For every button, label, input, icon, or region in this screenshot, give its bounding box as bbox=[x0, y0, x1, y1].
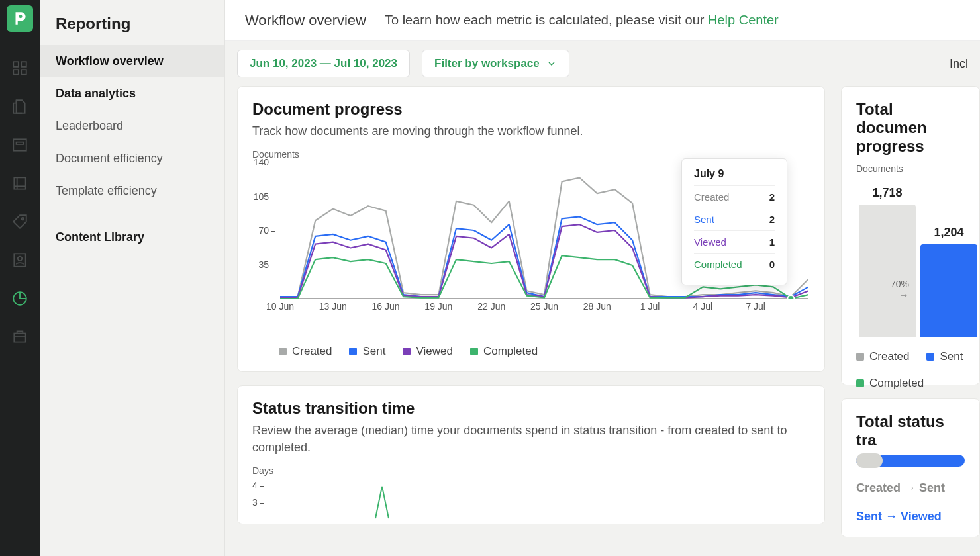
total-progress-legend: Created Sent Completed bbox=[856, 350, 965, 390]
card-subtitle: Review the average (median) time your do… bbox=[252, 422, 810, 456]
transition-row-created-sent: Created → Sent bbox=[856, 481, 965, 495]
icon-rail bbox=[0, 0, 40, 556]
total-document-progress-card: Total documen progress Documents 1,718 1… bbox=[841, 86, 980, 385]
svg-point-8 bbox=[22, 218, 24, 220]
svg-point-14 bbox=[787, 295, 794, 299]
toolbar-right-label: Incl bbox=[950, 57, 968, 71]
arrow-right-icon: → bbox=[891, 289, 909, 301]
sidebar-item-data-analytics[interactable]: Data analytics bbox=[40, 77, 224, 110]
pct-label: 70% bbox=[891, 279, 909, 289]
total-progress-bars[interactable]: 1,718 1,204 70% → bbox=[856, 178, 965, 337]
bar-created bbox=[859, 205, 916, 337]
y-axis-title: Days bbox=[252, 465, 810, 476]
legend-created: Created bbox=[856, 350, 909, 363]
chart-tooltip: July 9 Created2 Sent2 Viewed1 Completed0 bbox=[681, 158, 787, 285]
rail-pricing-icon[interactable] bbox=[9, 210, 31, 233]
sidebar-item-leaderboard[interactable]: Leaderboard bbox=[40, 110, 224, 142]
sidebar-item-document-efficiency[interactable]: Document efficiency bbox=[40, 142, 224, 175]
main: Workflow overview To learn how each metr… bbox=[225, 0, 980, 556]
rail-documents-icon[interactable] bbox=[9, 95, 31, 118]
svg-rect-4 bbox=[21, 70, 26, 75]
document-progress-card: Document progress Track how documents ar… bbox=[237, 86, 825, 372]
svg-rect-7 bbox=[14, 177, 25, 189]
legend-created: Created bbox=[279, 345, 332, 358]
y-axis-title: Documents bbox=[856, 163, 965, 174]
legend-viewed: Viewed bbox=[403, 345, 452, 358]
rail-reporting-icon[interactable] bbox=[9, 287, 31, 310]
svg-rect-6 bbox=[17, 142, 24, 144]
rail-apps-icon[interactable] bbox=[9, 326, 31, 348]
sidebar: Reporting Workflow overview Data analyti… bbox=[40, 0, 225, 556]
svg-rect-3 bbox=[13, 70, 19, 75]
page-title: Workflow overview bbox=[245, 12, 366, 29]
transition-row-sent-viewed: Sent → Viewed bbox=[856, 510, 965, 524]
rail-contacts-icon[interactable] bbox=[9, 249, 31, 271]
bar-sent bbox=[920, 244, 977, 337]
bar-label-sent: 1,204 bbox=[934, 226, 963, 240]
document-progress-chart[interactable]: 3570105140 10 Jun13 Jun16 Jun19 Jun22 Ju… bbox=[252, 162, 808, 314]
svg-rect-12 bbox=[14, 334, 25, 342]
x-axis: 10 Jun13 Jun16 Jun19 Jun22 Jun25 Jun28 J… bbox=[280, 301, 808, 314]
card-title: Total documen progress bbox=[856, 100, 965, 156]
svg-rect-1 bbox=[13, 62, 19, 67]
rail-templates-icon[interactable] bbox=[9, 134, 31, 156]
sidebar-separator bbox=[40, 214, 224, 214]
tooltip-title: July 9 bbox=[694, 168, 775, 185]
transition-chart[interactable]: 4 3 bbox=[252, 480, 810, 520]
help-center-link[interactable]: Help Center bbox=[708, 13, 779, 27]
page-header: Workflow overview To learn how each metr… bbox=[225, 0, 980, 41]
sidebar-item-content-library[interactable]: Content Library bbox=[40, 221, 224, 254]
card-title: Document progress bbox=[252, 100, 810, 118]
sidebar-title: Reporting bbox=[40, 0, 224, 45]
rail-dashboard-icon[interactable] bbox=[9, 57, 31, 79]
help-text: To learn how each metric is calculated, … bbox=[385, 13, 779, 28]
svg-rect-2 bbox=[21, 62, 26, 67]
card-subtitle: Track how documents are moving through t… bbox=[252, 122, 810, 140]
legend-sent: Sent bbox=[926, 350, 963, 363]
help-prefix: To learn how each metric is calculated, … bbox=[385, 13, 708, 27]
transition-knob[interactable] bbox=[856, 453, 883, 468]
date-range-label: Jun 10, 2023 — Jul 10, 2023 bbox=[250, 57, 397, 70]
status-transition-card: Status transition time Review the averag… bbox=[237, 385, 825, 524]
svg-point-10 bbox=[18, 257, 23, 261]
legend-completed: Completed bbox=[856, 377, 924, 390]
svg-rect-5 bbox=[13, 139, 26, 150]
app-logo[interactable] bbox=[7, 5, 33, 32]
rail-library-icon[interactable] bbox=[9, 172, 31, 195]
svg-point-0 bbox=[19, 15, 23, 18]
legend-sent: Sent bbox=[349, 345, 385, 358]
total-status-transition-card: Total status tra Created → Sent Sent → V… bbox=[841, 398, 980, 537]
date-range-picker[interactable]: Jun 10, 2023 — Jul 10, 2023 bbox=[237, 50, 410, 77]
transition-track[interactable] bbox=[856, 455, 965, 467]
sidebar-item-template-efficiency[interactable]: Template efficiency bbox=[40, 175, 224, 207]
toolbar: Jun 10, 2023 — Jul 10, 2023 Filter by wo… bbox=[225, 41, 980, 86]
workspace-filter[interactable]: Filter by workspace bbox=[422, 50, 569, 77]
workspace-filter-label: Filter by workspace bbox=[434, 57, 540, 70]
card-title: Status transition time bbox=[252, 399, 810, 418]
card-title: Total status tra bbox=[856, 412, 965, 449]
sidebar-item-workflow-overview[interactable]: Workflow overview bbox=[40, 45, 224, 77]
svg-rect-9 bbox=[14, 254, 25, 267]
bar-label-created: 1,718 bbox=[872, 186, 902, 200]
chevron-down-icon bbox=[546, 58, 557, 69]
legend-completed: Completed bbox=[470, 345, 538, 358]
chart-legend: Created Sent Viewed Completed bbox=[252, 345, 810, 358]
y-axis: 3570105140 bbox=[252, 162, 279, 299]
